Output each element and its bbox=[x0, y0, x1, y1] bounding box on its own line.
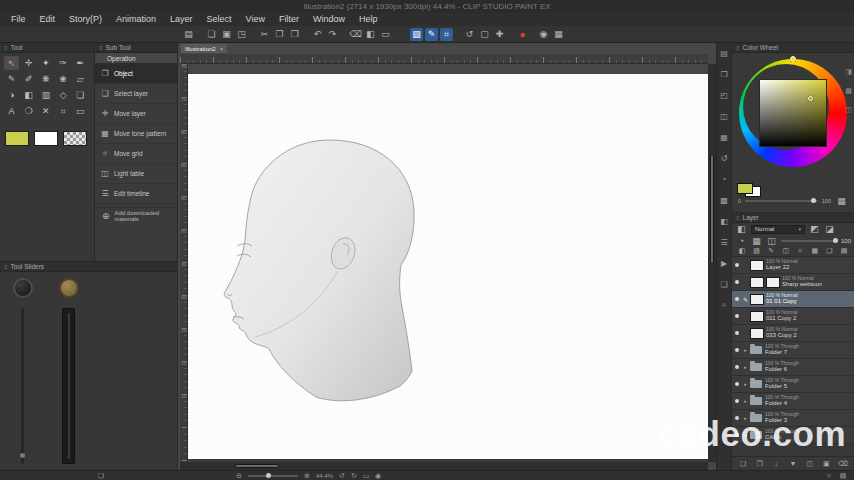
panel-brush-size-icon[interactable]: ◔ bbox=[718, 173, 730, 185]
subtool-item-move-grid[interactable]: ⌗Move grid bbox=[95, 144, 177, 164]
intermediate-color-tab-icon[interactable]: ◫ bbox=[844, 105, 853, 114]
menu-story-p[interactable]: Story(P) bbox=[62, 13, 109, 26]
menu-animation[interactable]: Animation bbox=[109, 13, 163, 26]
apply-mask-icon[interactable]: ▣ bbox=[821, 459, 831, 469]
pen-tool[interactable]: ✒ bbox=[73, 56, 88, 70]
sv-cursor[interactable] bbox=[808, 96, 813, 101]
layer-visibility-eye-icon[interactable] bbox=[732, 382, 741, 386]
lock-transparent-pixels-icon[interactable]: ▨ bbox=[752, 246, 762, 256]
menu-window[interactable]: Window bbox=[306, 13, 352, 26]
eyedropper-tool[interactable]: ✑ bbox=[56, 56, 71, 70]
fit-to-screen-icon[interactable]: ▭ bbox=[361, 471, 371, 480]
cut-icon[interactable]: ✂ bbox=[258, 28, 271, 41]
panel-timeline-icon[interactable]: ☰ bbox=[718, 236, 730, 248]
layer-row-01-01-copy[interactable]: ✎100 % Normal01 01 Copy bbox=[732, 291, 854, 308]
guide-icon[interactable]: ✚ bbox=[493, 28, 506, 41]
undo-icon[interactable]: ↶ bbox=[311, 28, 324, 41]
paste-icon[interactable]: ❒ bbox=[288, 28, 301, 41]
folder-expand-icon[interactable]: ▸ bbox=[741, 398, 750, 404]
snap-ruler-icon[interactable]: ▨ bbox=[410, 28, 423, 41]
panel-information-icon[interactable]: ▦ bbox=[718, 131, 730, 143]
rotate-left-icon[interactable]: ↺ bbox=[337, 471, 347, 480]
merge-down-icon[interactable]: ▼ bbox=[788, 459, 798, 469]
zoom-out-icon[interactable]: ⊖ bbox=[234, 471, 244, 480]
drawing-canvas[interactable] bbox=[188, 74, 708, 459]
brush-tool[interactable]: ✐ bbox=[21, 72, 36, 86]
density-slider[interactable] bbox=[62, 308, 75, 464]
zoom-in-icon[interactable]: ⊕ bbox=[302, 471, 312, 480]
rotate-view-icon[interactable]: ↺ bbox=[463, 28, 476, 41]
layer-row-folder-6[interactable]: ▸100 % ThroughFolder 6 bbox=[732, 359, 854, 376]
size-slider-thumb[interactable] bbox=[20, 453, 25, 458]
actual-size-icon[interactable]: ◉ bbox=[373, 471, 383, 480]
panel-history-icon[interactable]: ↺ bbox=[718, 152, 730, 164]
value-slider-thumb[interactable] bbox=[811, 198, 816, 203]
save-icon[interactable]: ◳ bbox=[235, 28, 248, 41]
folder-expand-icon[interactable]: ▸ bbox=[741, 364, 750, 370]
panel-auto-action-icon[interactable]: ▶ bbox=[718, 257, 730, 269]
menu-view[interactable]: View bbox=[239, 13, 272, 26]
layer-thumbnail[interactable] bbox=[766, 277, 780, 288]
layer-row-folder-5[interactable]: ▸100 % ThroughFolder 5 bbox=[732, 376, 854, 393]
sub-color-swatch[interactable] bbox=[34, 131, 58, 146]
layer-row-033-copy-2[interactable]: 100 % Normal033 Copy 2 bbox=[732, 325, 854, 342]
layer-visibility-eye-icon[interactable] bbox=[732, 399, 741, 403]
subtool-item-move-tone-pattern[interactable]: ▦Move tone pattern bbox=[95, 124, 177, 144]
color-slider-tab-icon[interactable]: ◨ bbox=[844, 67, 853, 76]
operation-tool[interactable]: ↖ bbox=[4, 56, 19, 70]
ruler-range-icon[interactable]: ⌗ bbox=[795, 246, 805, 256]
balloon-tool[interactable]: ❍ bbox=[21, 104, 36, 118]
menu-select[interactable]: Select bbox=[200, 13, 239, 26]
menu-file[interactable]: File bbox=[4, 13, 33, 26]
opacity-slider-thumb[interactable] bbox=[833, 238, 838, 243]
blend-mode-select[interactable]: Normal ▾ bbox=[751, 225, 805, 234]
tool-panel-header[interactable]: ≡ Tool bbox=[0, 43, 94, 53]
open-icon[interactable]: ▣ bbox=[220, 28, 233, 41]
transform-icon[interactable]: ▭ bbox=[379, 28, 392, 41]
menu-layer[interactable]: Layer bbox=[163, 13, 200, 26]
create-mask-icon[interactable]: ◫ bbox=[805, 459, 815, 469]
snap-special-ruler-icon[interactable]: ✎ bbox=[425, 28, 438, 41]
layer-visibility-eye-icon[interactable] bbox=[732, 348, 741, 352]
close-tab-icon[interactable]: × bbox=[220, 46, 224, 52]
color-wheel-header[interactable]: ≡ Color Wheel bbox=[732, 43, 854, 53]
move-tool[interactable]: ✛ bbox=[21, 56, 36, 70]
airbrush-tool[interactable]: ❋ bbox=[38, 72, 53, 86]
panel-subview-icon[interactable]: ◫ bbox=[718, 110, 730, 122]
enable-mask-icon[interactable]: ◫ bbox=[781, 246, 791, 256]
tone-icon[interactable]: ▦ bbox=[810, 246, 820, 256]
transparent-color-swatch[interactable] bbox=[63, 131, 87, 146]
vertical-scrollbar[interactable] bbox=[708, 64, 716, 462]
clip-to-layer-below-icon[interactable]: ◪ bbox=[823, 223, 836, 236]
new-layer-icon[interactable]: ❏ bbox=[738, 459, 748, 469]
layer-visibility-eye-icon[interactable] bbox=[732, 365, 741, 369]
menu-edit[interactable]: Edit bbox=[33, 13, 63, 26]
delete-layer-icon[interactable]: ⌫ bbox=[838, 459, 848, 469]
document-tab[interactable]: Illustration2 × bbox=[181, 44, 227, 53]
new-icon[interactable]: ❏ bbox=[205, 28, 218, 41]
record-icon[interactable]: ● bbox=[516, 28, 529, 41]
main-color-swatch[interactable] bbox=[5, 131, 29, 146]
layer-row-011-copy-2[interactable]: 100 % Normal011 Copy 2 bbox=[732, 308, 854, 325]
subtool-item-light-table[interactable]: ◫Light table bbox=[95, 164, 177, 184]
layer-thumbnail[interactable] bbox=[750, 277, 764, 288]
subtool-item-object[interactable]: ❐Object bbox=[95, 64, 177, 84]
main-menu-icon[interactable]: ▤ bbox=[182, 28, 195, 41]
frame-border-tool[interactable]: ❏ bbox=[73, 88, 88, 102]
status-memory-icon[interactable]: ▤ bbox=[838, 471, 848, 480]
layer-visibility-eye-icon[interactable] bbox=[732, 314, 741, 318]
layer-row-folder-7[interactable]: ▸100 % ThroughFolder 7 bbox=[732, 342, 854, 359]
layer-visibility-eye-icon[interactable] bbox=[732, 280, 741, 284]
layer-thumbnail[interactable] bbox=[750, 294, 764, 305]
timeline-icon[interactable]: ◉ bbox=[537, 28, 550, 41]
layer-lock-icon[interactable]: ◩ bbox=[808, 223, 821, 236]
blend-tool[interactable]: ◑ bbox=[4, 88, 19, 102]
magic-wand-tool[interactable]: ✦ bbox=[38, 56, 53, 70]
tool-sliders-header[interactable]: ≡ Tool Sliders bbox=[0, 262, 177, 272]
new-folder-icon[interactable]: ❐ bbox=[755, 459, 765, 469]
horizontal-scrollbar[interactable] bbox=[180, 462, 708, 470]
gradient-tool[interactable]: ▥ bbox=[38, 88, 53, 102]
hue-marker[interactable] bbox=[790, 56, 796, 62]
folder-expand-icon[interactable]: ▸ bbox=[741, 347, 750, 353]
menu-filter[interactable]: Filter bbox=[272, 13, 306, 26]
